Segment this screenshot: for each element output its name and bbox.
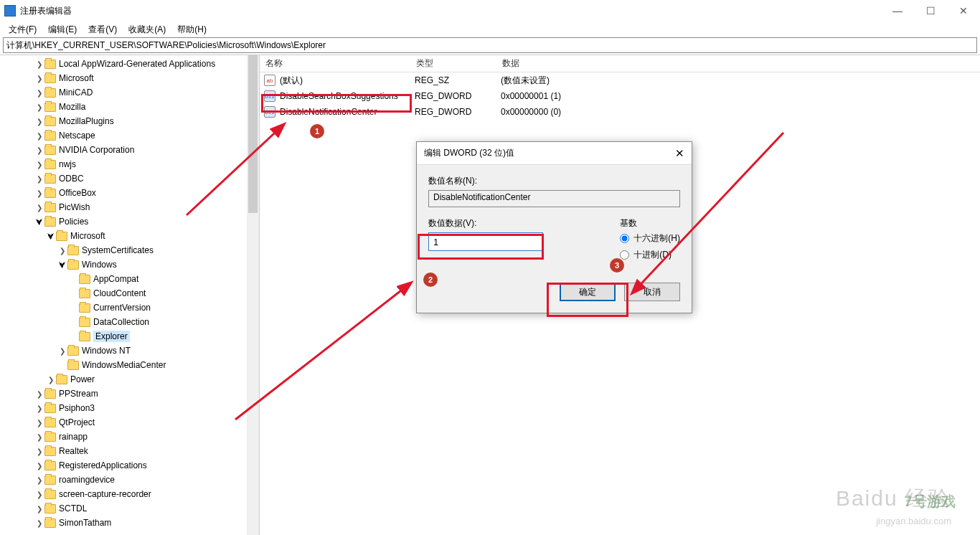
- tree-node[interactable]: ❯Psiphon3: [0, 401, 259, 415]
- chevron-right-icon[interactable]: ❯: [34, 433, 44, 441]
- value-name: DisableSearchBoxSuggestions: [280, 91, 415, 101]
- ok-button[interactable]: 确定: [560, 283, 616, 301]
- tree-node[interactable]: ❯SimonTatham: [0, 516, 259, 530]
- tree-node[interactable]: ❯MozillaPlugins: [0, 114, 259, 128]
- folder-icon: [79, 318, 90, 327]
- tree-node[interactable]: ⮟Microsoft: [0, 229, 259, 243]
- address-bar[interactable]: 计算机\HKEY_CURRENT_USER\SOFTWARE\Policies\…: [3, 37, 977, 53]
- tree-node[interactable]: ⮟Windows: [0, 257, 259, 272]
- chevron-right-icon[interactable]: ❯: [34, 89, 44, 97]
- tree-scrollbar[interactable]: [247, 55, 259, 535]
- tree-node[interactable]: DataCollection: [0, 315, 259, 329]
- tree-node[interactable]: ❯RegisteredApplications: [0, 458, 259, 473]
- chevron-right-icon[interactable]: ❯: [34, 204, 44, 212]
- chevron-right-icon[interactable]: ❯: [34, 175, 44, 183]
- tree-node[interactable]: ❯Mozilla: [0, 100, 259, 114]
- scroll-thumb[interactable]: [248, 55, 258, 213]
- chevron-right-icon[interactable]: ❯: [34, 462, 44, 470]
- chevron-right-icon[interactable]: ❯: [34, 404, 44, 412]
- radio-dec-input[interactable]: [620, 250, 629, 260]
- tree-node-label: CurrentVersion: [93, 303, 151, 313]
- chevron-down-icon[interactable]: ⮟: [46, 232, 56, 240]
- tree-node-label: nwjs: [59, 159, 76, 169]
- tree-node-label: Psiphon3: [59, 403, 95, 413]
- folder-icon: [56, 375, 67, 384]
- tree-node[interactable]: WindowsMediaCenter: [0, 358, 259, 372]
- menu-view[interactable]: 查看(V): [83, 22, 123, 37]
- value-data-input[interactable]: [428, 232, 543, 251]
- tree-node[interactable]: ❯OfficeBox: [0, 186, 259, 200]
- tree-node[interactable]: ❯Netscape: [0, 128, 259, 143]
- folder-icon: [44, 461, 56, 470]
- chevron-right-icon[interactable]: ❯: [34, 519, 44, 527]
- edit-dword-dialog: 编辑 DWORD (32 位)值 ✕ 数值名称(N): DisableNotif…: [416, 141, 692, 313]
- chevron-right-icon[interactable]: ❯: [34, 189, 44, 197]
- radio-hex[interactable]: 十六进制(H): [620, 232, 680, 245]
- tree-node[interactable]: ❯Local AppWizard-Generated Applications: [0, 57, 259, 71]
- chevron-right-icon[interactable]: ❯: [34, 419, 44, 427]
- registry-value-row[interactable]: ab(默认)REG_SZ(数值未设置): [260, 72, 980, 88]
- dialog-close-button[interactable]: ✕: [675, 147, 684, 160]
- tree-node[interactable]: ❯screen-capture-recorder: [0, 487, 259, 501]
- chevron-right-icon[interactable]: ❯: [34, 390, 44, 398]
- tree-node[interactable]: CurrentVersion: [0, 300, 259, 315]
- radio-hex-input[interactable]: [620, 234, 629, 243]
- tree-node[interactable]: ❯roamingdevice: [0, 473, 259, 487]
- chevron-right-icon[interactable]: ❯: [34, 132, 44, 140]
- tree-node[interactable]: ⮟Policies: [0, 214, 259, 229]
- chevron-right-icon[interactable]: ❯: [57, 247, 67, 255]
- tree-node[interactable]: ❯SCTDL: [0, 501, 259, 516]
- tree-node[interactable]: ❯NVIDIA Corporation: [0, 143, 259, 157]
- chevron-right-icon[interactable]: ❯: [57, 347, 67, 355]
- chevron-down-icon[interactable]: ⮟: [34, 218, 44, 226]
- tree-node[interactable]: ❯Realtek: [0, 444, 259, 458]
- chevron-down-icon[interactable]: ⮟: [57, 261, 67, 269]
- tree-node[interactable]: AppCompat: [0, 272, 259, 286]
- tree-node[interactable]: ❯nwjs: [0, 157, 259, 171]
- registry-tree[interactable]: ❯Local AppWizard-Generated Applications❯…: [0, 55, 259, 530]
- chevron-right-icon[interactable]: ❯: [46, 376, 56, 384]
- tree-node[interactable]: ❯SystemCertificates: [0, 243, 259, 257]
- chevron-right-icon[interactable]: ❯: [34, 448, 44, 455]
- tree-node[interactable]: CloudContent: [0, 286, 259, 300]
- header-data[interactable]: 数据: [496, 55, 980, 72]
- chevron-right-icon[interactable]: ❯: [34, 60, 44, 68]
- tree-node[interactable]: Explorer: [0, 329, 259, 344]
- tree-node-label: PicWish: [59, 202, 90, 212]
- registry-value-row[interactable]: 011DisableNotificationCenterREG_DWORD0x0…: [260, 104, 980, 120]
- minimize-button[interactable]: —: [881, 0, 914, 22]
- header-type[interactable]: 类型: [410, 55, 496, 72]
- chevron-right-icon[interactable]: ❯: [34, 161, 44, 169]
- tree-node[interactable]: ❯QtProject: [0, 415, 259, 430]
- menu-favorites[interactable]: 收藏夹(A): [123, 22, 171, 37]
- menu-edit[interactable]: 编辑(E): [42, 22, 83, 37]
- tree-node[interactable]: ❯Power: [0, 372, 259, 387]
- chevron-right-icon[interactable]: ❯: [34, 103, 44, 111]
- tree-node[interactable]: ❯Microsoft: [0, 71, 259, 85]
- tree-node[interactable]: ❯PicWish: [0, 200, 259, 214]
- close-button[interactable]: ✕: [947, 0, 980, 22]
- chevron-right-icon[interactable]: ❯: [34, 491, 44, 498]
- tree-node[interactable]: ❯Windows NT: [0, 344, 259, 358]
- chevron-right-icon[interactable]: ❯: [34, 505, 44, 513]
- tree-node[interactable]: ❯PPStream: [0, 387, 259, 401]
- registry-value-row[interactable]: 011DisableSearchBoxSuggestionsREG_DWORD0…: [260, 88, 980, 104]
- chevron-right-icon[interactable]: ❯: [34, 146, 44, 154]
- header-name[interactable]: 名称: [260, 55, 410, 72]
- menu-help[interactable]: 帮助(H): [171, 22, 212, 37]
- folder-icon: [56, 232, 67, 241]
- radio-dec[interactable]: 十进制(D): [620, 249, 680, 261]
- maximize-button[interactable]: ☐: [914, 0, 947, 22]
- tree-node-label: CloudContent: [93, 288, 146, 298]
- tree-node[interactable]: ❯MiniCAD: [0, 85, 259, 100]
- chevron-right-icon[interactable]: ❯: [34, 75, 44, 82]
- chevron-right-icon[interactable]: ❯: [34, 476, 44, 484]
- tree-node-label: PPStream: [59, 389, 98, 399]
- folder-icon: [44, 174, 56, 184]
- tree-node[interactable]: ❯ODBC: [0, 171, 259, 186]
- cancel-button[interactable]: 取消: [624, 283, 680, 301]
- menu-file[interactable]: 文件(F): [3, 22, 42, 37]
- tree-node[interactable]: ❯rainapp: [0, 430, 259, 444]
- folder-icon: [44, 117, 56, 126]
- chevron-right-icon[interactable]: ❯: [34, 118, 44, 126]
